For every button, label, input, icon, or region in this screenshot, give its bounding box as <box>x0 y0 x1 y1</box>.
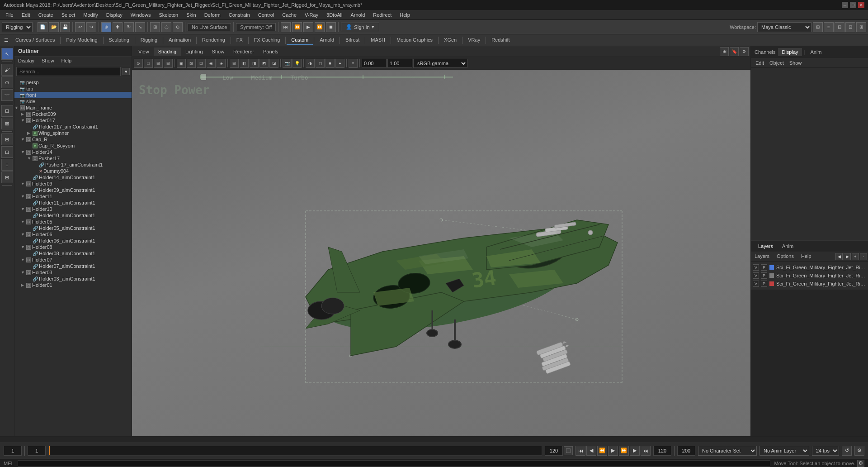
goto-start-btn[interactable]: ⏮ <box>576 446 585 456</box>
playback-end-field[interactable] <box>545 446 563 456</box>
curve-tool-btn[interactable]: 〰 <box>1 89 13 101</box>
list-btn[interactable]: ≡ <box>1 159 13 171</box>
tab-curves-surfaces[interactable]: Curves / Surfaces <box>11 35 59 45</box>
vpt-flat-icon[interactable]: ■ <box>326 59 335 68</box>
vp-gamma-field[interactable] <box>387 59 412 68</box>
snap-btn[interactable]: ⊞ <box>1 105 13 117</box>
layers-menu[interactable]: Layers <box>751 252 773 261</box>
vpt-icon5[interactable]: ▣ <box>177 59 186 68</box>
animation-end-field[interactable] <box>677 446 695 456</box>
menu-skin[interactable]: Skin <box>183 11 199 19</box>
vp-colorspace-select[interactable]: sRGB gamma <box>413 59 467 68</box>
new-file-icon[interactable]: 📄 <box>38 22 47 32</box>
tree-item[interactable]: ▼□Holder11 <box>14 193 132 200</box>
tab-mash[interactable]: MASH <box>366 35 390 45</box>
tab-vray[interactable]: VRay <box>463 35 485 45</box>
mel-input[interactable] <box>18 460 771 467</box>
vp-exposure-field[interactable] <box>362 59 387 68</box>
tree-item[interactable]: 🔗Holder14_aimConstraint1 <box>14 174 132 181</box>
menu-vray[interactable]: V-Ray <box>301 11 322 19</box>
menu-file[interactable]: File <box>2 11 17 19</box>
pb-icon4[interactable]: ⏩ <box>315 22 325 32</box>
menu-deform[interactable]: Deform <box>201 11 224 19</box>
tab-xgen[interactable]: XGen <box>439 35 461 45</box>
mask-btn[interactable]: ⊠ <box>1 118 13 129</box>
layer-add-icon[interactable]: + <box>852 253 859 260</box>
tree-item[interactable]: 🔗Holder06_aimConstraint1 <box>14 238 132 244</box>
vpt-icon14[interactable]: ◪ <box>269 59 278 68</box>
prev-frame-btn[interactable]: ◀ <box>586 446 596 456</box>
tree-item[interactable]: 📷top <box>14 86 132 92</box>
layer-remove-icon[interactable]: - <box>860 253 867 260</box>
rt-icon2[interactable]: ≡ <box>824 22 834 32</box>
snap-curve-icon[interactable]: ◌ <box>161 22 171 32</box>
vpt-icon13[interactable]: ◩ <box>259 59 269 68</box>
vp-menu-renderer[interactable]: Renderer <box>229 48 259 56</box>
current-frame-field[interactable] <box>4 446 22 456</box>
sign-in-button[interactable]: 👤 Sign In ▾ <box>341 23 379 31</box>
vp-menu-lighting[interactable]: Lighting <box>181 48 208 56</box>
vpt-icon8[interactable]: ◉ <box>207 59 216 68</box>
menu-select[interactable]: Select <box>58 11 79 19</box>
rt-icon3[interactable]: ⊟ <box>835 22 844 32</box>
tab-rendering[interactable]: Rendering <box>198 35 230 45</box>
outliner-show-menu[interactable]: Show <box>38 57 58 65</box>
menu-skeleton[interactable]: Skeleton <box>155 11 182 19</box>
next-keyframe-btn[interactable]: ⏩ <box>619 446 629 456</box>
outliner-help-menu[interactable]: Help <box>58 57 75 65</box>
viewport-canvas[interactable]: Stop Power Low Medium Turbo <box>132 70 750 461</box>
menu-constrain[interactable]: Constrain <box>225 11 254 19</box>
snap-grid-icon[interactable]: ⊞ <box>150 22 160 32</box>
edit-menu[interactable]: Edit <box>753 59 767 67</box>
play-btn[interactable]: ▶ <box>608 446 618 456</box>
anim-layer-selector[interactable]: No Anim Layer <box>760 446 809 456</box>
timeline-scrub-bar[interactable] <box>48 446 542 456</box>
paint-tool-btn[interactable]: 🖌 <box>1 64 13 76</box>
rt-icon1[interactable]: ⊞ <box>813 22 823 32</box>
tab-anim[interactable]: Anim <box>807 48 825 56</box>
pb-icon1[interactable]: ⏮ <box>281 22 291 32</box>
prev-keyframe-btn[interactable]: ⏪ <box>597 446 607 456</box>
vp-menu-shading[interactable]: Shading <box>154 48 181 56</box>
vpt-icon9[interactable]: ◈ <box>217 59 226 68</box>
tree-item[interactable]: ▼□Pusher17 <box>14 155 132 162</box>
snap-point-icon[interactable]: ⊙ <box>173 22 183 32</box>
grid-btn[interactable]: ⊟ <box>1 133 13 145</box>
tree-item[interactable]: ▶□Rocket009 <box>14 111 132 117</box>
layer-v-btn[interactable]: V <box>753 264 759 271</box>
open-file-icon[interactable]: 📂 <box>49 22 59 32</box>
range-end-field[interactable] <box>653 446 671 456</box>
custom-btn[interactable]: ⊞ <box>1 172 13 183</box>
tab-poly-modeling[interactable]: Poly Modeling <box>61 35 102 45</box>
menu-display[interactable]: Display <box>103 11 126 19</box>
range-start-field[interactable] <box>28 446 46 456</box>
timeline-settings-btn[interactable]: ↺ <box>842 446 852 456</box>
tree-item[interactable]: 🔗Holder05_aimConstraint1 <box>14 225 132 231</box>
anim-layers-tab[interactable]: Anim <box>778 243 797 250</box>
tree-item[interactable]: 🔗Pusher17_aimConstraint1 <box>14 162 132 168</box>
tree-item[interactable]: 🔗Holder09_aimConstraint1 <box>14 187 132 193</box>
tab-fx-caching[interactable]: FX Caching <box>250 35 284 45</box>
move-icon[interactable]: ✚ <box>113 22 123 32</box>
layers-tab[interactable]: Layers <box>755 243 777 250</box>
rt-icon4[interactable]: ⊡ <box>845 22 855 32</box>
tree-item[interactable]: 🔗Holder11_aimConstraint1 <box>14 200 132 206</box>
tab-custom[interactable]: Custom <box>287 35 313 45</box>
tree-item[interactable]: 📷persp <box>14 79 132 86</box>
tab-bifrost[interactable]: Bifrost <box>341 35 364 45</box>
menu-cache[interactable]: Cache <box>278 11 300 19</box>
sculpt-tool-btn[interactable]: ⊙ <box>1 76 13 88</box>
menu-redirect[interactable]: Redirect <box>369 11 395 19</box>
vpt-icon6[interactable]: ⊠ <box>187 59 196 68</box>
tab-motion-graphics[interactable]: Motion Graphics <box>392 35 437 45</box>
maximize-button[interactable]: □ <box>850 2 856 8</box>
tree-item[interactable]: 🔗Holder017_aimConstraint1 <box>14 124 132 130</box>
search-filter-icon[interactable]: ▾ <box>123 68 130 75</box>
vpt-res-icon[interactable]: ≡ <box>349 59 358 68</box>
goto-end-btn[interactable]: ⏭ <box>641 446 651 456</box>
vpt-icon12[interactable]: ◨ <box>250 59 259 68</box>
layer-p-btn[interactable]: P <box>761 264 767 271</box>
layer-prev-icon[interactable]: ◀ <box>835 253 843 260</box>
redo-icon[interactable]: ↪ <box>86 22 96 32</box>
character-set-selector[interactable]: No Character Set <box>698 446 757 456</box>
